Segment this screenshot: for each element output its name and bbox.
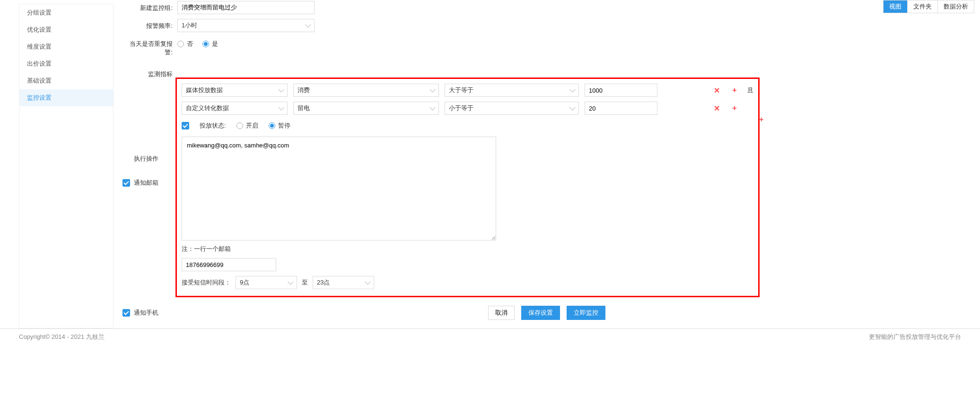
metric-row-1: 自定义转化数据 留电 小于等于 ✕ + 且 (182, 102, 753, 115)
input-new-group[interactable] (177, 1, 315, 14)
sidebar-item-bid[interactable]: 出价设置 (19, 55, 113, 72)
radio-button-icon (202, 41, 209, 47)
label-sms-time: 接受短信时间段： (182, 278, 231, 287)
label-status: 投放状态: (200, 121, 226, 130)
cancel-button[interactable]: 取消 (488, 306, 515, 320)
slogan: 更智能的广告投放管理与优化平台 (869, 333, 961, 341)
save-button[interactable]: 保存设置 (521, 306, 560, 320)
monitor-button[interactable]: 立即监控 (567, 306, 605, 320)
copyright: Copyright© 2014 - 2021 九枝兰 (19, 333, 105, 341)
radio-button-icon (269, 122, 275, 129)
delete-icon[interactable]: ✕ (712, 86, 721, 95)
sidebar-item-basic[interactable]: 基础设置 (19, 72, 113, 89)
label-notify-email: 通知邮箱 (134, 179, 158, 187)
sidebar: 分组设置 优化设置 维度设置 出价设置 基础设置 监控设置 (19, 4, 114, 328)
select-sms-from[interactable]: 9点 (236, 276, 297, 289)
radio-repeat-no[interactable]: 否 (177, 40, 193, 48)
select-op-1[interactable]: 小于等于 (445, 102, 579, 115)
label-alarm-freq: 报警频率: (123, 19, 177, 30)
plus-icon[interactable]: + (730, 104, 739, 112)
label-metrics: 监测指标 (123, 61, 177, 78)
input-phone[interactable] (182, 258, 276, 271)
radio-button-icon (177, 41, 184, 47)
plus-group-icon[interactable]: + (759, 115, 763, 124)
select-field-1[interactable]: 留电 (293, 102, 439, 115)
metric-row-0: 媒体投放数据 消费 大于等于 ✕ + 且 (182, 84, 753, 97)
select-op-0[interactable]: 大于等于 (445, 84, 579, 97)
checkbox-phone[interactable] (122, 309, 130, 317)
label-notify-phone: 通知手机 (134, 309, 158, 317)
label-to: 至 (302, 278, 308, 287)
radio-button-icon (236, 122, 243, 129)
checkbox-email[interactable] (122, 179, 130, 187)
sidebar-item-monitor[interactable]: 监控设置 (19, 89, 113, 106)
select-sms-to[interactable]: 23点 (313, 276, 374, 289)
input-value-0[interactable] (585, 84, 657, 97)
label-repeat-alarm: 当天是否重复报警: (123, 37, 177, 57)
radio-status-pause[interactable]: 暂停 (269, 121, 290, 130)
label-new-group: 新建监控组: (123, 1, 177, 12)
sidebar-item-optimize[interactable]: 优化设置 (19, 21, 113, 38)
label-exec-action: 执行操作 (109, 152, 163, 163)
sidebar-item-dimension[interactable]: 维度设置 (19, 38, 113, 55)
plus-icon[interactable]: + (730, 86, 739, 95)
delete-icon[interactable]: ✕ (712, 104, 721, 113)
note-email: 注：一行一个邮箱 (182, 245, 753, 253)
radio-repeat-yes[interactable]: 是 (202, 40, 218, 48)
sidebar-item-group[interactable]: 分组设置 (19, 4, 113, 21)
and-label: 且 (747, 86, 753, 95)
textarea-email[interactable] (182, 137, 496, 241)
select-source-0[interactable]: 媒体投放数据 (182, 84, 288, 97)
checkbox-exec[interactable] (182, 122, 189, 129)
select-field-0[interactable]: 消费 (293, 84, 439, 97)
footer: Copyright© 2014 - 2021 九枝兰 更智能的广告投放管理与优化… (0, 328, 980, 345)
input-value-1[interactable] (585, 102, 657, 115)
main-form: 新建监控组: 报警频率: 1小时 当天是否重复报警: 否 是 监测指标 媒体投放… (114, 1, 980, 328)
highlight-box: 媒体投放数据 消费 大于等于 ✕ + 且 自定义转化数据 留电 小于等于 ✕ (175, 77, 760, 297)
radio-status-open[interactable]: 开启 (236, 121, 258, 130)
select-alarm-freq[interactable]: 1小时 (177, 19, 315, 32)
select-source-1[interactable]: 自定义转化数据 (182, 102, 288, 115)
